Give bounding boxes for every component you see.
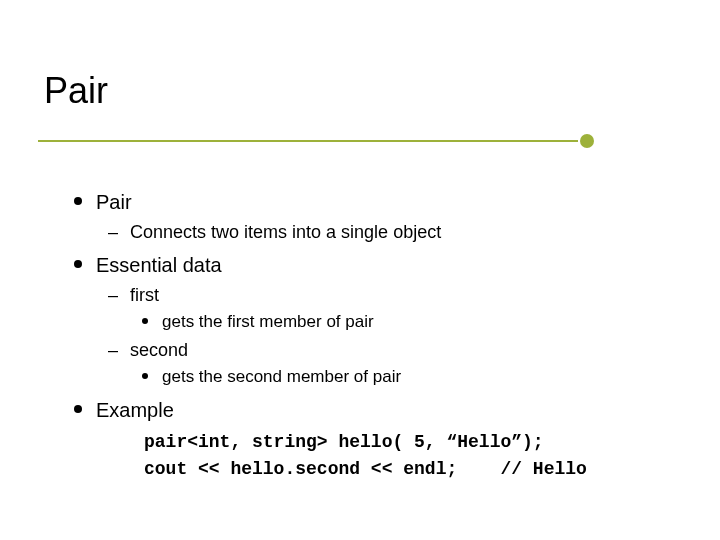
dash-icon: – [108, 337, 118, 363]
code-block: pair<int, string> hello( 5, “Hello”); co… [144, 429, 680, 483]
bullet-second-label: second [130, 337, 188, 363]
bullet-first-desc-text: gets the first member of pair [162, 310, 374, 335]
bullet-example: Example [74, 396, 680, 425]
bullet-second-desc: gets the second member of pair [142, 365, 680, 390]
bullet-essential-label: Essential data [96, 251, 222, 280]
dash-icon: – [108, 219, 118, 245]
bullet-second: – second [108, 337, 680, 363]
bullet-second-desc-text: gets the second member of pair [162, 365, 401, 390]
bullet-pair-label: Pair [96, 188, 132, 217]
slide: Pair Pair – Connects two items into a si… [0, 0, 720, 540]
code-line-2: cout << hello.second << endl; // Hello [144, 459, 587, 479]
bullet-essential: Essential data [74, 251, 680, 280]
slide-title: Pair [44, 70, 680, 112]
bullet-example-label: Example [96, 396, 174, 425]
bullet-icon [74, 405, 82, 413]
accent-line [38, 140, 578, 142]
bullet-pair: Pair [74, 188, 680, 217]
bullet-pair-sub-text: Connects two items into a single object [130, 219, 441, 245]
bullet-icon [74, 260, 82, 268]
bullet-first-label: first [130, 282, 159, 308]
content-area: Pair – Connects two items into a single … [40, 172, 680, 483]
bullet-icon [74, 197, 82, 205]
code-line-1: pair<int, string> hello( 5, “Hello”); [144, 432, 544, 452]
bullet-icon [142, 373, 148, 379]
dash-icon: – [108, 282, 118, 308]
bullet-pair-sub: – Connects two items into a single objec… [108, 219, 680, 245]
bullet-icon [142, 318, 148, 324]
bullet-first-desc: gets the first member of pair [142, 310, 680, 335]
accent-dot [580, 134, 594, 148]
bullet-first: – first [108, 282, 680, 308]
